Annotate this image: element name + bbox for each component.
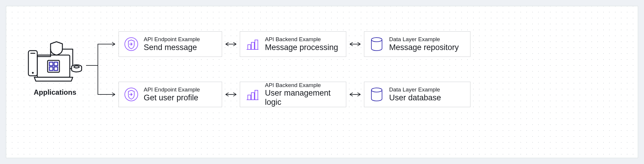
architecture-diagram: Applications API Endpoint Example Send m… [6, 6, 638, 158]
connectors [6, 6, 638, 158]
